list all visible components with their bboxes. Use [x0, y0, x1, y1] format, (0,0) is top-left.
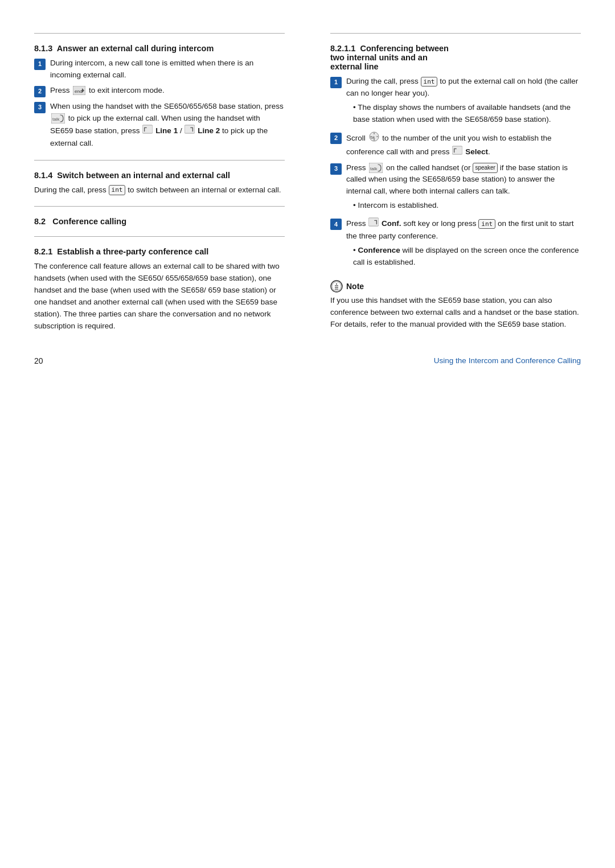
line1-icon [142, 125, 153, 138]
section-82-num: 8.2 [34, 217, 46, 226]
section-821-body: The conference call feature allows an ex… [34, 261, 285, 332]
step-813-3-content: When using the handset with the SE650/65… [50, 101, 285, 150]
step-8211-3: 3 Press talk on the called handset (or s… [330, 162, 581, 215]
section-821-title: Establish a three-party conference call [57, 247, 208, 256]
line1-label: Line 1 [155, 126, 178, 135]
svg-text:talk: talk [52, 117, 60, 122]
page-number: 20 [34, 356, 43, 365]
section-814-title: Switch between an internal and external … [57, 171, 230, 180]
conf-arrow-icon [368, 217, 379, 231]
section-814-heading: 8.1.4 Switch between an internal and ext… [34, 171, 285, 180]
step-num-2: 2 [34, 86, 46, 97]
bullet-8211-3-1: Intercom is established. [353, 200, 581, 212]
step-8211-3-bullets: Intercom is established. [346, 200, 581, 212]
step-813-1: 1 During intercom, a new call tone is em… [34, 57, 285, 81]
svg-text:talk: talk [370, 166, 378, 171]
step-num-3-r: 3 [330, 163, 342, 175]
step-8211-1-bullets: The display shows the numbers of availab… [346, 102, 581, 126]
section-821-heading: 8.2.1 Establish a three-party conference… [34, 247, 285, 256]
step-8211-4: 4 Press Conf. soft key or long press int… [330, 217, 581, 271]
line2-label: Line 2 [198, 126, 220, 135]
svg-point-14 [332, 282, 341, 291]
svg-text:end: end [75, 89, 82, 94]
left-column: 8.1.3 Answer an external call during int… [34, 23, 296, 336]
section-8211-num: 8.2.1.1 [330, 44, 355, 53]
select-line-icon [452, 146, 462, 159]
section-813-steps: 1 During intercom, a new call tone is em… [34, 57, 285, 150]
note-box: Note If you use this handset with the SE… [330, 280, 581, 331]
divider-top-right [330, 33, 581, 34]
section-813-title: Answer an external call during intercom [57, 44, 214, 53]
note-title-row: Note [330, 280, 581, 293]
section-814-body: During the call, press int to switch bet… [34, 184, 285, 196]
svg-point-13 [331, 281, 342, 292]
bullet-8211-1-1: The display shows the numbers of availab… [353, 102, 581, 126]
footer-section-title: Using the Intercom and Conference Callin… [434, 356, 581, 365]
note-body: If you use this handset with the SE659 b… [330, 295, 581, 331]
page-footer: 20 Using the Intercom and Conference Cal… [34, 353, 581, 365]
section-813-num: 8.1.3 [34, 44, 52, 53]
select-label: Select [465, 147, 488, 156]
section-813-heading: 8.1.3 Answer an external call during int… [34, 44, 285, 53]
int-key-814: int [109, 185, 126, 195]
note-icon [330, 280, 343, 293]
step-8211-3-content: Press talk on the called handset (or spe… [346, 162, 581, 215]
talk-icon-2: talk [369, 163, 383, 173]
divider-821 [34, 236, 285, 237]
step-8211-4-content: Press Conf. soft key or long press int o… [346, 217, 581, 271]
step-8211-4-bullets: Conference will be displayed on the scre… [346, 245, 581, 269]
conf-label: Conf. [382, 219, 401, 228]
talk-icon-1: talk [51, 113, 65, 124]
step-num-3: 3 [34, 102, 46, 113]
step-num-1-r: 1 [330, 77, 342, 88]
step-num-2-r: 2 [330, 133, 342, 144]
step-813-1-text: During intercom, a new call tone is emit… [50, 57, 285, 81]
step-8211-1: 1 During the call, press int to put the … [330, 76, 581, 128]
svg-rect-9 [452, 146, 462, 154]
divider-814 [34, 160, 285, 161]
section-82-title: Conference calling [52, 217, 126, 226]
section-8211-steps: 1 During the call, press int to put the … [330, 76, 581, 271]
section-8211-heading: 8.2.1.1 Conferencing between two interna… [330, 44, 581, 71]
step-8211-2: 2 Scroll ok to the number of the unit yo… [330, 131, 581, 159]
end-icon: end [73, 86, 85, 95]
section-821-num: 8.2.1 [34, 247, 52, 256]
columns: 8.1.3 Answer an external call during int… [34, 23, 581, 336]
int-key-4: int [478, 219, 495, 229]
line2-icon [184, 125, 195, 138]
bullet-8211-4-1: Conference will be displayed on the scre… [353, 245, 581, 269]
divider-top-left [34, 33, 285, 34]
step-813-2: 2 Press end to exit intercom mode. [34, 85, 285, 97]
section-82-heading: 8.2 Conference calling [34, 217, 285, 226]
page-layout: 8.1.3 Answer an external call during int… [34, 23, 581, 365]
step-813-3: 3 When using the handset with the SE650/… [34, 101, 285, 150]
svg-text:ok: ok [371, 135, 375, 139]
step-num-1: 1 [34, 59, 46, 70]
divider-82 [34, 206, 285, 207]
scroll-icon: ok [369, 131, 379, 146]
svg-rect-5 [142, 125, 153, 133]
note-title-text: Note [346, 282, 364, 291]
step-8211-1-content: During the call, press int to put the ex… [346, 76, 581, 128]
right-column: 8.2.1.1 Conferencing between two interna… [319, 23, 581, 336]
step-813-2-content: Press end to exit intercom mode. [50, 85, 285, 97]
speaker-icon: speaker [473, 163, 498, 173]
step-8211-2-content: Scroll ok to the number of the unit you … [346, 131, 581, 159]
section-814-num: 8.1.4 [34, 171, 52, 180]
conference-bold: Conference [358, 246, 400, 254]
svg-rect-12 [368, 218, 379, 226]
svg-rect-6 [184, 125, 195, 133]
int-key-1: int [421, 77, 438, 87]
step-num-4-r: 4 [330, 219, 342, 230]
